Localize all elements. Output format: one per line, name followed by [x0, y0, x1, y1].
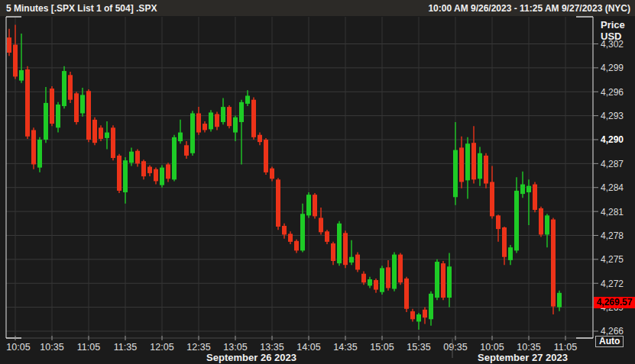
price-tick-label: 4,281: [601, 207, 624, 217]
candle-body: [44, 103, 48, 140]
candle-body: [92, 120, 97, 143]
candle-body: [410, 311, 415, 319]
candle-body: [337, 224, 342, 263]
price-tick-label: 4,278: [601, 230, 624, 241]
candle-body: [551, 220, 556, 307]
currency-label: USD: [601, 31, 625, 42]
candle-body: [300, 214, 305, 250]
candle-body: [306, 195, 311, 215]
candle-body: [80, 95, 85, 113]
candle-body: [520, 185, 525, 195]
candle-body: [465, 143, 470, 180]
time-tick-label: 13:05: [223, 342, 247, 353]
time-tick-label: 12:35: [186, 342, 210, 353]
price-tick-label: 4,299: [601, 63, 624, 73]
candle-body: [111, 127, 115, 158]
candle-body: [478, 153, 482, 179]
time-tick-label: 11:05: [554, 342, 577, 353]
candle-body: [7, 37, 11, 53]
candle-body: [435, 262, 439, 298]
time-tick-label: 11:05: [77, 342, 100, 353]
candle-body: [496, 215, 501, 229]
price-tick-label: 4,284: [601, 182, 624, 193]
candle-body: [31, 130, 36, 164]
candle-body: [398, 255, 403, 283]
candle-body: [56, 105, 60, 127]
candle-body: [392, 255, 397, 289]
candle-body: [361, 274, 366, 283]
candle-body: [221, 107, 225, 122]
candle-body: [215, 114, 219, 127]
price-tick-label: 4,290: [601, 134, 624, 145]
time-tick-label: 14:05: [296, 342, 320, 353]
candle-body: [172, 137, 177, 179]
price-tick-label: 4,272: [601, 279, 624, 289]
candle-body: [105, 133, 109, 138]
candle-body: [37, 140, 42, 168]
candle-body: [386, 267, 390, 288]
time-tick-label: 14:35: [333, 342, 357, 353]
candle-body: [343, 233, 348, 265]
candle-body: [502, 227, 507, 257]
candlestick-chart[interactable]: 4,3024,2994,2964,2934,2904,2874,2844,281…: [0, 0, 635, 364]
time-tick-label: 10:35: [40, 342, 63, 353]
candle-body: [141, 161, 146, 176]
candle-body: [374, 280, 378, 290]
candle-body: [404, 279, 409, 309]
candle-body: [135, 151, 140, 164]
price-axis-label: Price: [601, 19, 625, 31]
candle-body: [233, 118, 238, 133]
time-tick-label: 15:05: [370, 342, 394, 353]
candle-body: [276, 179, 280, 227]
session-date-label-sep27: September 27 2023: [446, 352, 599, 363]
auto-scale-button[interactable]: Auto: [595, 336, 624, 347]
session-date-label-sep26: September 26 2023: [175, 352, 328, 363]
candle-body: [447, 266, 452, 298]
candle-body: [270, 169, 274, 179]
candle-body: [331, 243, 335, 261]
candle-body: [196, 113, 201, 132]
candle-body: [539, 208, 543, 235]
time-tick-label: 10:35: [517, 342, 540, 353]
candle-body: [74, 93, 79, 122]
candle-body: [349, 257, 354, 263]
candle-body: [19, 70, 24, 81]
candle-body: [184, 145, 189, 156]
candle-body: [13, 45, 18, 77]
candle-body: [441, 263, 445, 298]
candle-body: [471, 143, 476, 179]
candle-body: [62, 71, 66, 106]
last-price-badge: 4,269.57: [594, 297, 635, 308]
candle-body: [209, 112, 213, 129]
candle-body: [239, 102, 244, 122]
time-tick-label: 15:35: [407, 342, 430, 353]
candle-body: [202, 124, 207, 130]
candle-body: [190, 113, 195, 153]
candle-body: [380, 268, 384, 292]
candle-body: [526, 186, 531, 192]
candle-body: [533, 185, 537, 210]
candle-body: [429, 294, 433, 319]
candle-body: [313, 195, 317, 216]
candle-body: [227, 107, 232, 126]
price-tick-label: 4,296: [601, 87, 624, 98]
candle-body: [453, 150, 458, 198]
candle-body: [423, 310, 427, 317]
candle-body: [557, 293, 562, 308]
price-axis-title: Price USD: [601, 19, 625, 42]
candle-body: [99, 127, 103, 139]
candle-body: [508, 247, 513, 260]
candle-body: [147, 167, 152, 173]
candle-body: [258, 135, 262, 142]
candle-body: [129, 152, 134, 163]
candle-body: [154, 169, 158, 182]
candle-body: [368, 279, 372, 285]
candle-body: [288, 234, 293, 241]
time-tick-label: 11:35: [114, 342, 137, 353]
candle-body: [245, 95, 250, 103]
candle-body: [166, 164, 170, 179]
candle-body: [355, 255, 360, 270]
time-tick-label: 09:35: [443, 342, 467, 353]
time-tick-label: 13:35: [260, 342, 283, 353]
time-tick-label: 10:05: [480, 342, 504, 353]
